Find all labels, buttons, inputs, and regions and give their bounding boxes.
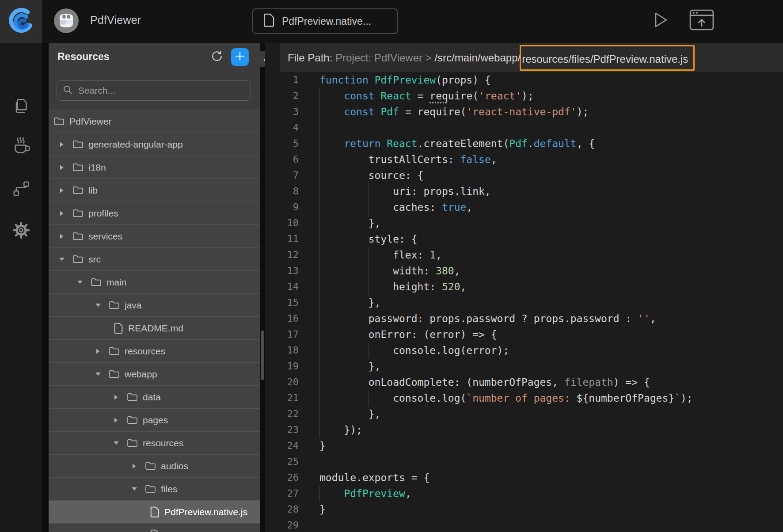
file-path-bar: File Path: Project: PdfViewer > /src/mai… bbox=[280, 43, 783, 72]
chevron-down-icon[interactable] bbox=[58, 257, 65, 262]
open-file-tab[interactable]: PdfPreview.native... bbox=[252, 8, 398, 34]
tree-item-lib[interactable]: lib bbox=[49, 179, 260, 201]
indent-guide bbox=[369, 390, 369, 406]
tree-item-java[interactable]: java bbox=[49, 293, 260, 316]
rail-documents-button[interactable] bbox=[0, 95, 42, 119]
run-button[interactable] bbox=[650, 10, 671, 31]
rail-settings-button[interactable] bbox=[0, 219, 42, 243]
indent-guide bbox=[344, 279, 344, 295]
indent-guide bbox=[344, 406, 344, 422]
code-line-27: 27 PdfPreview, bbox=[265, 486, 783, 502]
code-text: console.log(error); bbox=[319, 342, 783, 358]
tree-item-label: lib bbox=[88, 185, 98, 196]
indent-guide bbox=[344, 311, 344, 327]
tree-item-pages[interactable]: pages bbox=[49, 408, 260, 431]
tree-item-pdfpreview.native.js[interactable]: PdfPreview.native.js bbox=[49, 500, 260, 523]
publish-button[interactable] bbox=[688, 10, 715, 32]
tree-item-label: i18n bbox=[88, 162, 106, 173]
line-number: 8 bbox=[265, 183, 299, 199]
code-text: console.log(`number of pages: ${numberOf… bbox=[319, 390, 783, 406]
code-line-12: 12 flex: 1, bbox=[265, 247, 783, 263]
tree-item-pdfviewer[interactable]: PdfViewer bbox=[49, 110, 260, 133]
chevron-down-icon[interactable] bbox=[95, 372, 101, 376]
open-file-tab-label: PdfPreview.native... bbox=[282, 15, 371, 27]
rail-coffee-button[interactable] bbox=[0, 135, 42, 159]
code-area[interactable]: 1function PdfPreview(props) {2 const Rea… bbox=[265, 72, 783, 532]
chevron-right-icon[interactable] bbox=[113, 417, 119, 423]
tree-item-label: PdfViewer bbox=[69, 116, 111, 127]
indent-guide bbox=[319, 104, 320, 120]
chevron-right-icon[interactable] bbox=[58, 233, 65, 239]
tree-scrollbar-thumb[interactable] bbox=[261, 331, 264, 380]
editor-pane: File Path: Project: PdfViewer > /src/mai… bbox=[265, 43, 783, 532]
refresh-button[interactable] bbox=[209, 49, 224, 65]
line-number: 17 bbox=[265, 327, 299, 342]
chevron-down-icon[interactable] bbox=[113, 441, 119, 445]
tree-item-generated-angular-app[interactable]: generated-angular-app bbox=[49, 133, 260, 156]
file-icon bbox=[150, 529, 159, 532]
code-line-23: 23 }); bbox=[265, 422, 783, 438]
add-resource-button[interactable] bbox=[231, 48, 249, 66]
code-text: }, bbox=[319, 406, 783, 422]
line-number: 13 bbox=[265, 263, 299, 279]
tree-item-main[interactable]: main bbox=[49, 270, 260, 293]
folder-icon bbox=[73, 163, 83, 171]
chevron-right-icon[interactable] bbox=[58, 164, 65, 171]
chevron-right-icon[interactable] bbox=[58, 187, 65, 194]
tree-item-audios[interactable]: audios bbox=[49, 454, 260, 477]
search-input[interactable] bbox=[77, 85, 245, 96]
chevron-down-icon[interactable] bbox=[131, 486, 137, 491]
code-text: function PdfPreview(props) { bbox=[319, 72, 783, 88]
code-line-9: 9 caches: true, bbox=[265, 199, 783, 215]
tree-item-label: data bbox=[143, 392, 161, 403]
code-text: return React.createElement(Pdf.default, … bbox=[319, 136, 783, 152]
line-number: 6 bbox=[265, 152, 299, 167]
rail-flow-button[interactable] bbox=[0, 178, 42, 201]
tree-item-src[interactable]: src bbox=[49, 247, 260, 270]
folder-icon bbox=[73, 140, 83, 148]
indent-guide bbox=[344, 183, 344, 199]
indent-guide bbox=[344, 231, 344, 247]
tree-item-label: src bbox=[88, 254, 101, 265]
tree-item-webapp[interactable]: webapp bbox=[49, 362, 260, 385]
code-line-16: 16 password: props.password ? props.pass… bbox=[265, 311, 783, 327]
tree-item-files[interactable]: files bbox=[49, 477, 260, 500]
code-text: height: 520, bbox=[319, 279, 783, 295]
indent-guide bbox=[319, 279, 320, 295]
tree-item-label: files bbox=[161, 484, 177, 494]
chevron-down-icon[interactable] bbox=[76, 280, 83, 285]
tree-item-resources[interactable]: resources bbox=[49, 431, 260, 454]
code-text: source: { bbox=[319, 167, 783, 183]
line-number: 3 bbox=[265, 104, 299, 120]
line-number: 16 bbox=[265, 311, 299, 327]
tree-item-partial[interactable] bbox=[49, 523, 260, 532]
tree-item-readme.md[interactable]: README.md bbox=[49, 316, 260, 339]
indent-guide bbox=[319, 358, 320, 374]
tree-item-i18n[interactable]: i18n bbox=[49, 156, 260, 179]
indent-guide bbox=[319, 311, 320, 327]
file-path-highlight: resources/files/PdfPreview.native.js bbox=[520, 45, 695, 71]
tree-item-services[interactable]: services bbox=[49, 224, 260, 247]
tree-item-data[interactable]: data bbox=[49, 385, 260, 408]
code-text: caches: true, bbox=[319, 199, 783, 215]
app-avatar-icon bbox=[53, 8, 80, 34]
line-number: 21 bbox=[265, 390, 299, 406]
code-line-28: 28} bbox=[265, 502, 783, 517]
code-text: PdfPreview, bbox=[319, 486, 783, 502]
chevron-down-icon[interactable] bbox=[95, 303, 101, 308]
chevron-right-icon[interactable] bbox=[131, 463, 137, 469]
indent-guide bbox=[344, 390, 344, 406]
line-number: 20 bbox=[265, 374, 299, 390]
indent-guide bbox=[369, 263, 369, 279]
flow-connector-icon bbox=[12, 179, 30, 200]
tree-item-profiles[interactable]: profiles bbox=[49, 201, 260, 224]
tree-item-label: PdfPreview.native.js bbox=[164, 507, 247, 517]
code-line-2: 2 const React = require('react'); bbox=[265, 88, 783, 104]
documents-icon bbox=[12, 97, 30, 118]
ide-logo-button[interactable] bbox=[0, 0, 42, 43]
tree-item-resources[interactable]: resources bbox=[49, 339, 260, 362]
chevron-right-icon[interactable] bbox=[113, 394, 119, 400]
chevron-right-icon[interactable] bbox=[58, 210, 65, 217]
chevron-right-icon[interactable] bbox=[58, 141, 65, 148]
chevron-right-icon[interactable] bbox=[95, 348, 101, 354]
